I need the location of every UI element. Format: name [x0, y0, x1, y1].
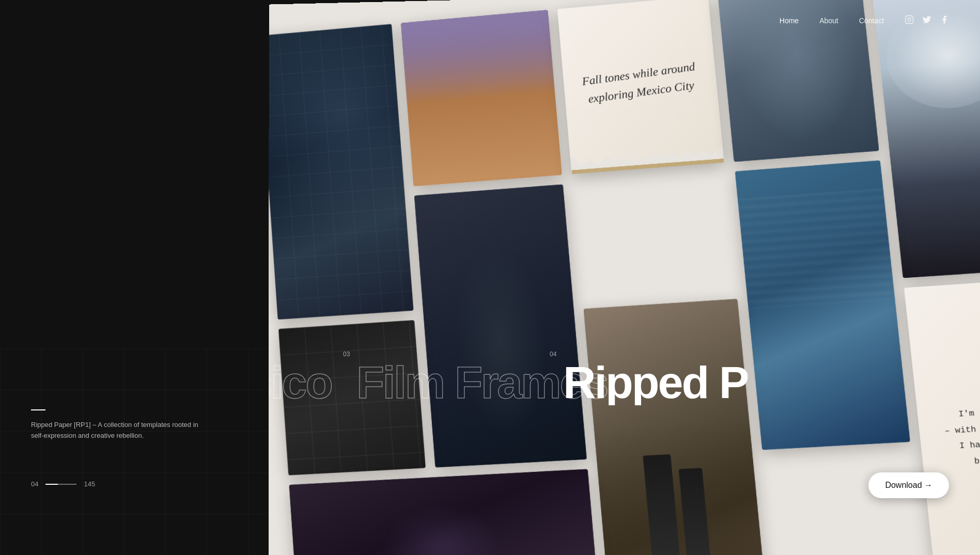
photo-card-dark-abstract — [289, 469, 600, 555]
template-3-num: 03 — [341, 351, 350, 358]
desc-dash — [31, 409, 45, 410]
description-block: Ripped Paper [RP1] – A collection of tem… — [31, 409, 207, 441]
download-button-label: Download → — [885, 481, 932, 490]
svg-rect-0 — [906, 16, 913, 24]
svg-point-1 — [908, 18, 911, 21]
main-content: Fall tones while aroundexploring Mexico … — [268, 0, 980, 555]
nav-about[interactable]: About — [819, 17, 838, 25]
svg-point-2 — [911, 17, 912, 18]
photo-card-underwater — [268, 24, 414, 320]
nav-contact[interactable]: Contact — [859, 17, 884, 25]
template-4[interactable]: 04 Ripped P — [548, 351, 806, 405]
photo-card-ocean-blue — [735, 161, 910, 450]
left-panel: Ripped Paper [RP1] – A collection of tem… — [0, 0, 269, 555]
photo-grid: Fall tones while aroundexploring Mexico … — [268, 0, 980, 555]
nav-home[interactable]: Home — [780, 17, 799, 25]
download-button[interactable]: Download → — [868, 472, 949, 498]
template-4-num: 04 — [548, 351, 556, 358]
social-icons — [905, 15, 949, 26]
pagination: 04 145 — [31, 480, 95, 488]
page-bar-fill — [45, 484, 58, 485]
twitter-icon[interactable] — [922, 15, 931, 26]
navbar: Home About Contact — [0, 0, 980, 41]
nav-links: Home About Contact — [780, 17, 884, 25]
template-3[interactable]: 03 Film Frames — [341, 351, 548, 405]
template-4-name: Ripped P — [548, 360, 763, 405]
instagram-icon[interactable] — [905, 15, 914, 26]
photo-card-surfers — [584, 299, 767, 555]
page-bar — [45, 484, 76, 485]
photo-card-cities-text: I'm in love– with the citiesI have never… — [904, 279, 980, 555]
cities-text: I'm in love– with the citiesI have never… — [942, 403, 980, 471]
photo-card-dark-person — [414, 184, 587, 467]
page-current: 04 — [31, 480, 38, 488]
desc-text: Ripped Paper [RP1] – A collection of tem… — [31, 420, 207, 441]
facebook-icon[interactable] — [940, 15, 949, 26]
page-total: 145 — [84, 480, 95, 488]
